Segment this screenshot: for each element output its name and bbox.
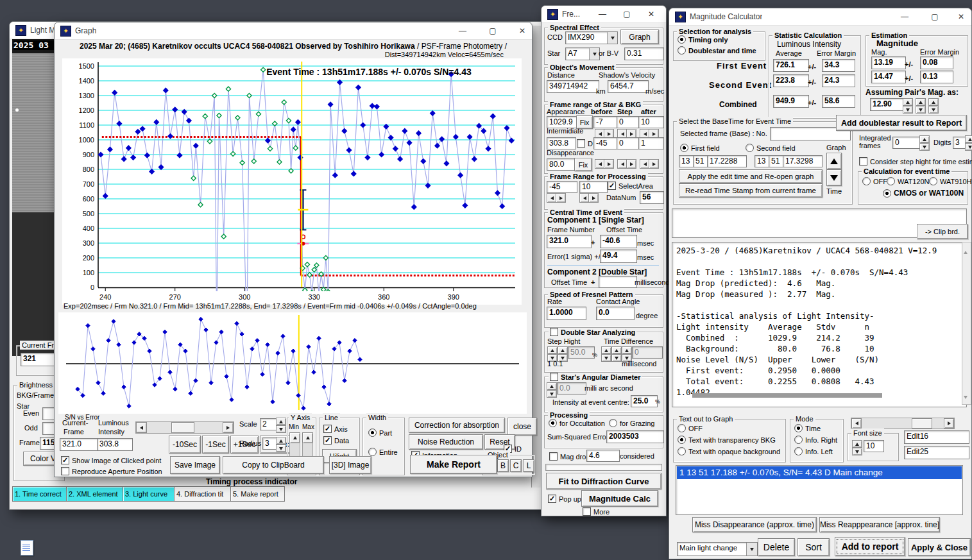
t2-ss-field[interactable]: 17.3298 bbox=[783, 155, 823, 167]
time-diff-field[interactable]: 0 bbox=[632, 346, 663, 359]
data-checkbox[interactable]: Data bbox=[323, 436, 349, 445]
bv-field[interactable]: 0.31 bbox=[624, 47, 664, 60]
doublestar-time-radio[interactable]: Doublestar and time bbox=[678, 46, 756, 55]
mode-time-radio[interactable]: Time bbox=[794, 424, 821, 432]
minimize-button[interactable]: — bbox=[453, 24, 472, 37]
first-field-radio[interactable]: First field bbox=[680, 144, 720, 152]
tab-make-report[interactable]: 5. Make report bbox=[230, 486, 285, 502]
object-c-button[interactable]: C bbox=[510, 459, 522, 472]
part-radio[interactable]: Part bbox=[368, 428, 392, 437]
rate-field[interactable]: 1.0000 bbox=[547, 307, 586, 320]
error-sigma-field[interactable]: 49.4 bbox=[600, 250, 637, 263]
pair-mag-stepper1[interactable] bbox=[903, 98, 912, 114]
second-event-err-field[interactable]: 24.3 bbox=[822, 74, 855, 87]
after-field[interactable]: 10 bbox=[638, 116, 664, 128]
sort-button[interactable]: Sort bbox=[797, 538, 830, 556]
consider-step-checkbox[interactable]: Consider step hight for time estimation bbox=[859, 157, 972, 165]
magcalc-hscrollbar[interactable] bbox=[851, 418, 955, 429]
scroll-thumb[interactable] bbox=[171, 422, 194, 433]
disappearance-field[interactable]: 80.0 bbox=[547, 158, 576, 171]
proc-range-start-field[interactable]: -45 bbox=[547, 181, 577, 193]
angular-field[interactable]: 0.0 bbox=[557, 382, 586, 395]
wat120n-radio[interactable]: WAT120N bbox=[887, 177, 930, 185]
spin-right[interactable] bbox=[588, 193, 599, 203]
contact-angle-field[interactable]: 0.0 bbox=[596, 307, 635, 320]
before-field[interactable]: -7 bbox=[593, 116, 618, 128]
add-to-report-button[interactable]: Add to report bbox=[835, 537, 905, 556]
textout-off-radio[interactable]: OFF bbox=[678, 424, 703, 432]
close-button[interactable]: ✕ bbox=[642, 8, 661, 21]
edit25-field[interactable]: Edit25 bbox=[904, 446, 969, 459]
event-listbox[interactable]: 1 13 51 17.188 +/- 0.070s, S/N= 4.43 D M… bbox=[676, 465, 963, 515]
scroll-right-button[interactable] bbox=[223, 422, 234, 433]
graph-up-button[interactable] bbox=[826, 153, 842, 169]
textout-opaque-radio[interactable]: Text with opaque background bbox=[678, 447, 780, 455]
dropdown-arrow-icon[interactable] bbox=[746, 543, 757, 556]
time-diff-stepper[interactable] bbox=[601, 346, 610, 362]
distance-field[interactable]: 349714942 bbox=[547, 80, 599, 93]
first-event-err-field[interactable]: 34.3 bbox=[822, 59, 855, 72]
t1-ss-field[interactable]: 17.2288 bbox=[707, 155, 747, 167]
output-hscroll-thumb[interactable] bbox=[692, 393, 882, 398]
scroll-down-icon[interactable] bbox=[964, 390, 968, 402]
minimize-button[interactable]: — bbox=[895, 10, 914, 23]
current-frame-main-field[interactable]: 321 bbox=[21, 353, 59, 366]
angular-diameter-checkbox[interactable]: Star's Angular Diameter bbox=[549, 373, 642, 381]
scroll-right-button[interactable] bbox=[944, 418, 954, 428]
before2-field[interactable]: -45 bbox=[593, 137, 618, 149]
double-star-checkbox[interactable]: Double Star Analyzing bbox=[549, 328, 636, 336]
scale-stepper[interactable] bbox=[276, 418, 285, 433]
document-icon[interactable] bbox=[21, 540, 33, 556]
second-event-avg-field[interactable]: 223.8 bbox=[773, 74, 809, 87]
star-type-dropdown[interactable]: A7 bbox=[565, 47, 600, 60]
timing-only-radio[interactable]: Timing only bbox=[678, 35, 728, 44]
d-checkbox[interactable]: D bbox=[577, 139, 593, 148]
velocity-field[interactable]: 6454.7 bbox=[608, 80, 649, 93]
graph-down-button[interactable] bbox=[826, 169, 842, 186]
delete-button[interactable]: Delete bbox=[758, 538, 795, 556]
proc-range-end-field[interactable]: 10 bbox=[579, 181, 608, 193]
textout-transparent-radio[interactable]: Text with transparency BKG bbox=[678, 436, 776, 444]
spin-right[interactable] bbox=[556, 193, 566, 203]
minus-1sec-button[interactable]: -1Sec bbox=[202, 436, 229, 454]
mag2-field[interactable]: 14.47 bbox=[871, 71, 906, 83]
dropdown-arrow-icon[interactable] bbox=[589, 48, 599, 60]
close-button[interactable]: ✕ bbox=[951, 10, 971, 23]
scroll-thumb[interactable] bbox=[912, 418, 932, 428]
reproduce-aperture-checkbox[interactable]: Reproduce Aperture Position bbox=[61, 467, 162, 475]
3d-image-button[interactable]: [3D] Image bbox=[329, 456, 371, 474]
maximize-button[interactable]: ▢ bbox=[483, 24, 502, 37]
intermidiate-field[interactable]: 303.8 bbox=[547, 137, 576, 149]
miss-disappearance-button[interactable]: Miss Disappearance (approx. time) bbox=[692, 517, 817, 532]
result-output-box[interactable]: 2025-3-20 / (4685)Karetnikov / UCAC4 568… bbox=[672, 242, 967, 407]
close-graph-button[interactable]: close bbox=[507, 418, 537, 436]
mag2-err-field[interactable]: 0.13 bbox=[920, 71, 953, 83]
event-list-item-selected[interactable]: 1 13 51 17.188 +/- 0.070s, S/N= 4.43 D M… bbox=[677, 466, 962, 479]
more-checkbox[interactable]: More bbox=[583, 507, 610, 516]
axis-checkbox[interactable]: Axis bbox=[323, 425, 348, 433]
datanum-field[interactable]: 56 bbox=[640, 191, 664, 204]
radius-stepper[interactable] bbox=[276, 437, 285, 452]
spin-right[interactable] bbox=[649, 159, 659, 169]
ymin-up-button[interactable] bbox=[289, 432, 300, 443]
cmos-radio[interactable]: CMOS or WAT100N bbox=[883, 189, 964, 198]
mag-drop-checkbox[interactable]: Mag drop bbox=[549, 452, 590, 461]
second-field-radio[interactable]: Second field bbox=[746, 144, 796, 152]
selectarea-checkbox[interactable]: SelectArea bbox=[608, 182, 653, 190]
current-frame-field[interactable]: 321.0 bbox=[60, 438, 99, 451]
luminous-intensity-field[interactable]: 303.8 bbox=[97, 438, 133, 451]
ccd-dropdown[interactable]: IMX290 bbox=[565, 31, 618, 44]
mag1-field[interactable]: 13.19 bbox=[871, 56, 906, 69]
time-scrollbar[interactable] bbox=[135, 421, 234, 434]
combined-err-field[interactable]: 58.6 bbox=[822, 95, 855, 108]
pair-mag-field[interactable]: 12.90 bbox=[870, 98, 903, 111]
spin-right[interactable] bbox=[626, 159, 636, 169]
popup-checkbox[interactable]: Pop up bbox=[548, 495, 581, 503]
integrated-frames-field[interactable]: 0 bbox=[892, 137, 922, 149]
mode-info-right-radio[interactable]: Info. Right bbox=[794, 436, 837, 444]
apply-edit-time-button[interactable]: Apply the edit time and Re-open graph bbox=[679, 169, 823, 183]
maximize-button[interactable]: ▢ bbox=[925, 10, 944, 23]
mag1-err-field[interactable]: 0.08 bbox=[920, 56, 953, 69]
miss-reappearance-button[interactable]: Miss Reapppearance [approx. tine] bbox=[819, 517, 940, 532]
scroll-up-icon[interactable] bbox=[964, 245, 968, 257]
